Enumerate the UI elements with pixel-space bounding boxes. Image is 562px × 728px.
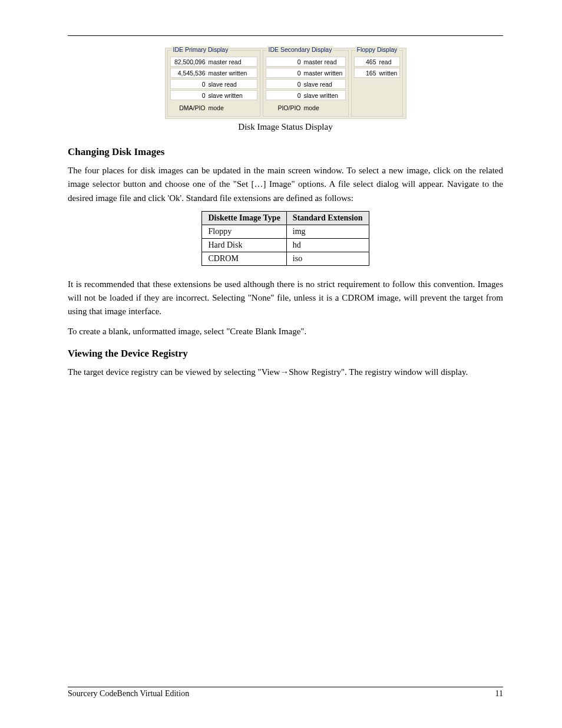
mode-row: PIO/PIOmode	[266, 103, 346, 113]
body-paragraph: The target device registry can be viewed…	[68, 365, 503, 379]
stat-row: 0slave written	[170, 90, 257, 100]
ide-secondary-groupbox: IDE Secondary Display 0master read 0mast…	[263, 50, 349, 117]
body-paragraph: To create a blank, unformatted image, se…	[68, 325, 503, 338]
body-paragraph: The four places for disk images can be u…	[68, 164, 503, 205]
ide-primary-groupbox: IDE Primary Display 82,500,096master rea…	[167, 50, 260, 117]
ide-secondary-legend: IDE Secondary Display	[267, 46, 334, 53]
figure-caption: Disk Image Status Display	[68, 122, 503, 132]
stat-row: 0master written	[266, 68, 346, 78]
file-extensions-table: Diskette Image Type Standard Extension F…	[201, 211, 369, 266]
page-footer: Sourcery CodeBench Virtual Edition 11	[68, 687, 503, 699]
stat-row: 465read	[354, 57, 400, 67]
disk-status-screenshot: IDE Primary Display 82,500,096master rea…	[165, 48, 406, 119]
mode-row: DMA/PIOmode	[170, 103, 257, 113]
table-header: Standard Extension	[286, 211, 369, 225]
section-heading-changing-images: Changing Disk Images	[68, 146, 503, 158]
ide-primary-legend: IDE Primary Display	[171, 46, 230, 53]
stat-row: 0slave read	[266, 79, 346, 89]
stat-row: 0slave read	[170, 79, 257, 89]
floppy-groupbox: Floppy Display 465read 165written	[351, 50, 403, 117]
stat-row: 82,500,096master read	[170, 57, 257, 67]
stat-row: 4,545,536master written	[170, 68, 257, 78]
table-header: Diskette Image Type	[202, 211, 286, 225]
stat-row: 0slave written	[266, 90, 346, 100]
floppy-legend: Floppy Display	[355, 46, 399, 53]
table-row: CDROM iso	[202, 252, 369, 265]
table-row: Hard Disk hd	[202, 238, 369, 252]
footer-page-number: 11	[495, 689, 503, 699]
table-row: Floppy img	[202, 225, 369, 238]
stat-row: 0master read	[266, 57, 346, 67]
stat-row: 165written	[354, 68, 400, 78]
body-paragraph: It is recommended that these extensions …	[68, 278, 503, 319]
footer-left: Sourcery CodeBench Virtual Edition	[68, 689, 189, 699]
section-heading-registry: Viewing the Device Registry	[68, 348, 503, 360]
